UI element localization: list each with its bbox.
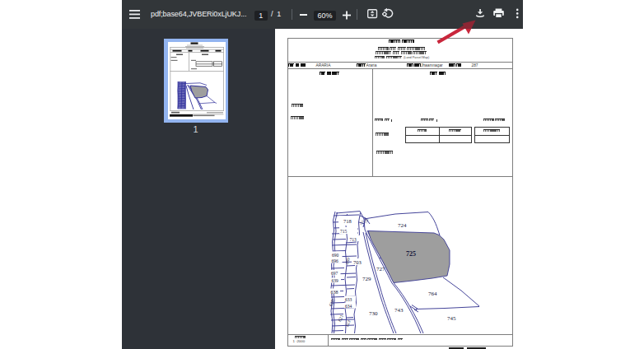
svg-text:743: 743 [394, 307, 404, 314]
svg-text:730: 730 [369, 310, 378, 317]
svg-text:696: 696 [332, 258, 339, 263]
svg-text:697: 697 [331, 271, 338, 276]
svg-text:725: 725 [406, 250, 416, 258]
svg-text:713: 713 [350, 237, 357, 242]
svg-text:745: 745 [447, 315, 456, 322]
svg-text:633: 633 [345, 297, 352, 302]
svg-text:621: 621 [337, 314, 344, 322]
svg-text:715: 715 [340, 229, 348, 234]
svg-text:718: 718 [343, 218, 352, 224]
svg-text:639: 639 [332, 278, 339, 283]
svg-text:764: 764 [428, 291, 437, 297]
svg-text:727: 727 [376, 266, 385, 272]
svg-text:638: 638 [331, 290, 338, 295]
svg-text:690: 690 [332, 253, 339, 258]
svg-text:703: 703 [353, 259, 362, 265]
svg-text:699: 699 [345, 257, 351, 264]
svg-text:729: 729 [362, 276, 371, 282]
svg-text:634: 634 [345, 304, 352, 309]
svg-text:724: 724 [398, 222, 407, 229]
svg-text:722: 722 [364, 218, 370, 224]
